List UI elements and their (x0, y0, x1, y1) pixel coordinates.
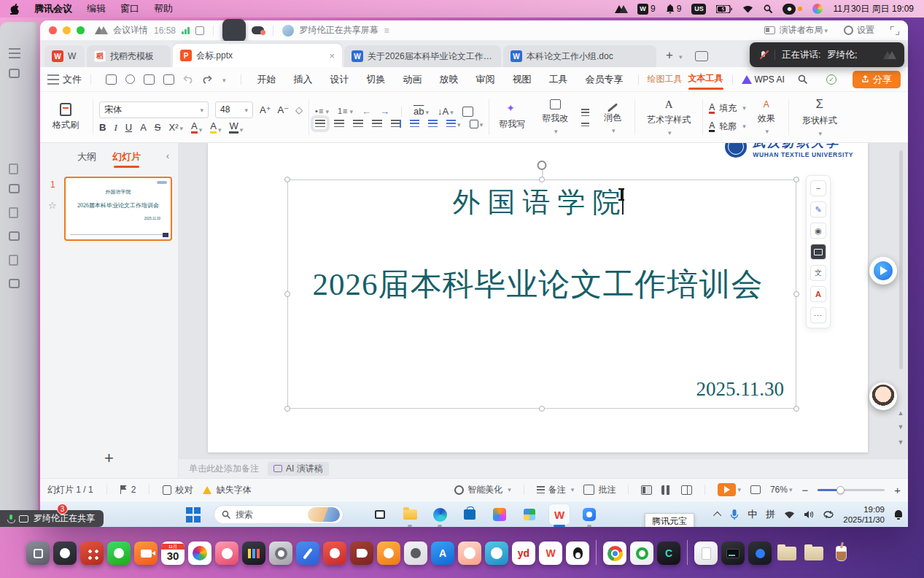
dock-settings[interactable] (269, 542, 292, 565)
taskbar-task-view[interactable] (370, 504, 390, 525)
bullet-list-button[interactable] (315, 107, 329, 115)
menubar-menu-edit[interactable]: 编辑 (87, 2, 106, 15)
slide-thumbnail[interactable]: 外国语学院 2026届本科毕业论文工作培训会 2025.11.30 (64, 177, 172, 241)
collapse-panel-icon[interactable]: ‹ (166, 150, 169, 161)
dock-folder-2[interactable] (802, 542, 826, 565)
font-size-select[interactable]: 48 (215, 101, 253, 118)
close-button[interactable] (49, 26, 57, 34)
sync-ok-icon[interactable]: ✓ (826, 74, 836, 85)
stamp-button[interactable] (810, 223, 826, 239)
paragraph-spacing-button[interactable] (470, 120, 484, 128)
participant-avatar-float[interactable] (869, 382, 897, 410)
justify-button[interactable] (372, 120, 382, 128)
numbered-list-button[interactable] (338, 107, 353, 115)
bold-button[interactable] (99, 123, 106, 132)
wps-menu-item-4[interactable]: 切换 (367, 73, 386, 86)
increase-font-button[interactable] (260, 105, 271, 115)
distribute-button[interactable] (391, 120, 401, 128)
text-outline-button[interactable]: 轮廓 (709, 120, 746, 133)
decrease-font-button[interactable] (278, 105, 290, 115)
menu-draw-tools[interactable]: 绘图工具 (648, 73, 683, 85)
dock-chrome[interactable] (603, 542, 626, 565)
menu-wps-ai[interactable]: WPS AI (742, 74, 785, 85)
outline-tab[interactable]: 大纲 (77, 150, 96, 166)
vertical-scrollbar[interactable] (899, 150, 903, 369)
notes-placeholder[interactable]: 单击此处添加备注 (189, 463, 259, 475)
dock-calendar[interactable]: 11月30 (161, 542, 185, 565)
taskbar-wps[interactable]: W (549, 504, 570, 525)
print-icon[interactable] (144, 74, 155, 85)
dock-terminal[interactable] (721, 542, 745, 565)
bg-sidebar-item-icon[interactable] (9, 184, 20, 193)
slides-tab[interactable]: 幻灯片 (112, 150, 141, 166)
dock-stats-app[interactable] (242, 542, 265, 565)
slide-title-text[interactable]: 外国语学院 (208, 184, 868, 221)
ai-revise-button[interactable]: 帮我改 (536, 99, 574, 135)
print-preview-icon[interactable] (163, 74, 174, 85)
text-fill-button[interactable]: 填充 (709, 102, 746, 115)
dock-pinwheel-app[interactable] (188, 542, 211, 565)
dock-folder-1[interactable] (775, 542, 799, 565)
dock-youdao[interactable]: yd (512, 542, 535, 565)
smart-beautify-button[interactable]: 智能美化 (454, 484, 511, 496)
meeting-logo-icon[interactable] (615, 5, 627, 13)
zoom-out-button[interactable]: − (801, 484, 808, 496)
reading-view-button[interactable] (681, 485, 692, 495)
resize-handle-nw[interactable] (284, 177, 290, 182)
style-button[interactable] (810, 286, 826, 302)
collapse-tools-button[interactable] (810, 180, 826, 196)
annotate-pen-button[interactable] (810, 201, 826, 217)
zoom-level[interactable]: 76% (770, 485, 793, 495)
font-family-select[interactable]: 宋体 (99, 101, 209, 118)
notes-toggle-button[interactable]: 备注 (537, 484, 575, 496)
summary-lines-icon[interactable] (581, 109, 589, 117)
wps-menu-item-3[interactable]: 设计 (330, 73, 349, 86)
strikethrough-button[interactable] (155, 123, 161, 132)
dock-qq[interactable] (566, 542, 589, 565)
ime-language[interactable]: 中 (748, 508, 757, 521)
bg-sidebar-doc-icon[interactable] (9, 255, 18, 266)
resize-handle-ne[interactable] (793, 177, 799, 182)
bg-sidebar-doc-icon[interactable] (9, 163, 18, 174)
taskbar-meeting[interactable] (579, 504, 599, 525)
clear-format-button[interactable] (295, 105, 303, 115)
presenter-view-button[interactable] (810, 244, 826, 260)
sorter-view-button[interactable] (661, 485, 672, 495)
tab-list-dropdown[interactable] (678, 51, 683, 61)
menubar-menu-help[interactable]: 帮助 (154, 2, 173, 15)
control-center-icon[interactable] (812, 4, 823, 14)
clip-icon[interactable] (125, 74, 135, 84)
new-tab-button[interactable]: + (666, 48, 673, 63)
tray-clock[interactable]: 19:092025/11/30 (843, 504, 885, 525)
line-spacing-button[interactable] (446, 120, 461, 128)
scroll-page-icon[interactable]: ▼ (895, 439, 906, 449)
bg-sidebar-window-icon[interactable] (9, 69, 20, 78)
convert-textbox-icon[interactable] (462, 107, 473, 117)
dock-orange-app[interactable] (377, 542, 400, 565)
rotate-handle[interactable] (537, 161, 547, 170)
align-right-button[interactable] (353, 120, 363, 128)
taskbar-explorer[interactable] (400, 504, 420, 525)
polish-button[interactable]: 润色 (597, 101, 629, 134)
layout-switcher[interactable]: 演讲者布局 (764, 24, 828, 36)
scroll-down-icon[interactable]: ▼ (895, 423, 906, 434)
decrease-indent-button[interactable] (362, 107, 371, 116)
sharing-badge[interactable]: 罗绮伦正在共享 3 (0, 510, 104, 527)
proofread-button[interactable]: 校对 (163, 484, 193, 496)
zoom-slider[interactable] (818, 489, 885, 491)
zoom-slider-knob[interactable] (836, 486, 845, 494)
line-spacing-decrease-icon[interactable] (428, 120, 438, 128)
bg-sidebar-item-icon[interactable] (9, 279, 20, 288)
dock-files[interactable] (694, 542, 718, 565)
line-spacing-increase-icon[interactable] (410, 120, 419, 128)
format-painter-button[interactable]: 格式刷 (44, 95, 87, 139)
menubar-datetime[interactable]: 11月30日 周日 19:09 (833, 3, 914, 15)
doc-tool-icon[interactable] (222, 19, 246, 42)
windows-search-box[interactable]: 搜索 (214, 505, 343, 524)
zoom-in-button[interactable]: + (894, 484, 901, 496)
taskbar-widgets[interactable] (519, 504, 540, 525)
dock-green-app[interactable] (630, 542, 653, 565)
underline-button[interactable] (125, 123, 132, 132)
dock-launchpad-red[interactable] (80, 542, 104, 565)
wps-menu-item-7[interactable]: 审阅 (476, 73, 495, 86)
